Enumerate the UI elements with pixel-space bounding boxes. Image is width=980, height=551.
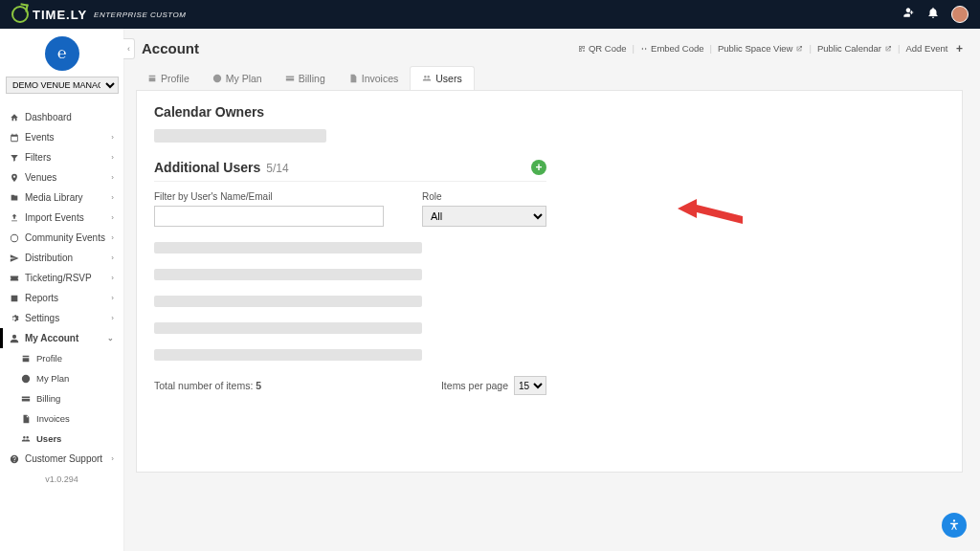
org-selector[interactable]: DEMO VENUE MANAGEMENT: [6, 77, 119, 94]
embed-code-link[interactable]: Embed Code: [640, 43, 703, 54]
sidebar-item-media[interactable]: Media Library›: [0, 187, 123, 208]
items-per-page-select[interactable]: 15: [514, 376, 546, 395]
chevron-right-icon: ›: [111, 454, 114, 463]
owner-row-placeholder: [154, 129, 326, 143]
sidebar-item-support[interactable]: Customer Support›: [0, 449, 123, 469]
tab-billing[interactable]: Billing: [274, 66, 337, 90]
sidebar-item-venues[interactable]: Venues›: [0, 167, 123, 187]
org-badge-icon: ℮: [45, 36, 79, 71]
tab-invoices[interactable]: Invoices: [337, 66, 411, 90]
page-title: Account: [142, 40, 199, 56]
chevron-right-icon: ›: [111, 193, 114, 202]
brand-name: TIME.LY: [33, 8, 87, 22]
sidebar-sub-billing[interactable]: Billing: [0, 388, 123, 408]
additional-users-count: 5/14: [266, 162, 288, 175]
chevron-right-icon: ›: [111, 173, 114, 182]
chevron-right-icon: ›: [111, 213, 114, 222]
chevron-right-icon: ›: [111, 294, 114, 302]
items-per-page-label: Items per page: [441, 380, 508, 391]
sidebar-item-filters[interactable]: Filters›: [0, 147, 123, 167]
user-row-placeholder: [154, 349, 422, 361]
avatar[interactable]: [951, 6, 969, 23]
sidebar-item-import[interactable]: Import Events›: [0, 208, 123, 228]
sidebar-item-community[interactable]: Community Events›: [0, 228, 123, 248]
chevron-right-icon: ›: [111, 133, 114, 142]
calendar-owners-title: Calendar Owners: [154, 104, 945, 120]
tab-profile[interactable]: Profile: [136, 66, 201, 90]
tab-users[interactable]: Users: [410, 66, 474, 90]
sidebar-sub-users[interactable]: Users: [0, 429, 123, 449]
chevron-right-icon: ›: [111, 274, 114, 282]
sidebar-item-settings[interactable]: Settings›: [0, 308, 123, 328]
total-items-label: Total number of items: 5: [154, 380, 261, 391]
accessibility-button[interactable]: [942, 513, 967, 538]
sidebar-item-reports[interactable]: Reports›: [0, 288, 123, 308]
chevron-right-icon: ›: [111, 253, 114, 262]
logo-mark-icon: [11, 6, 29, 23]
public-calendar-link[interactable]: Public Calendar: [817, 43, 892, 54]
sidebar-sub-invoices[interactable]: Invoices: [0, 408, 123, 429]
user-row-placeholder: [154, 242, 422, 253]
add-event-button[interactable]: Add Event +: [906, 42, 964, 55]
sidebar-item-my-account[interactable]: My Account⌄: [0, 328, 123, 348]
sidebar-item-dashboard[interactable]: Dashboard: [0, 107, 123, 127]
filter-name-input[interactable]: [154, 206, 384, 227]
filter-role-label: Role: [422, 191, 546, 202]
sidebar-item-ticketing[interactable]: Ticketing/RSVP›: [0, 268, 123, 288]
version-label: v1.0.294: [0, 469, 123, 490]
user-row-placeholder: [154, 322, 422, 334]
sidebar-collapse-handle[interactable]: ‹: [123, 38, 135, 59]
sidebar-sub-profile[interactable]: Profile: [0, 348, 123, 368]
user-row-placeholder: [154, 269, 422, 280]
sidebar-item-distribution[interactable]: Distribution›: [0, 248, 123, 268]
sidebar-item-events[interactable]: Events›: [0, 127, 123, 147]
additional-users-title: Additional Users: [154, 160, 260, 175]
chevron-right-icon: ›: [111, 153, 114, 162]
brand-logo: TIME.LY ENTERPRISE CUSTOM: [11, 6, 186, 23]
sidebar-sub-myplan[interactable]: My Plan: [0, 368, 123, 388]
user-switch-icon[interactable]: [902, 6, 915, 23]
chevron-down-icon: ⌄: [107, 334, 114, 342]
chevron-right-icon: ›: [111, 314, 114, 322]
header-actions: QR Code | Embed Code | Public Space View…: [578, 42, 963, 55]
add-user-button[interactable]: +: [531, 160, 546, 175]
qr-code-link[interactable]: QR Code: [578, 43, 627, 54]
brand-tier: ENTERPRISE CUSTOM: [94, 11, 186, 19]
public-space-link[interactable]: Public Space View: [718, 43, 804, 54]
bell-icon[interactable]: [926, 6, 940, 23]
tab-myplan[interactable]: My Plan: [201, 66, 274, 90]
filter-role-select[interactable]: All: [422, 206, 546, 227]
filter-name-label: Filter by User's Name/Email: [154, 191, 384, 202]
chevron-right-icon: ›: [111, 233, 114, 242]
user-row-placeholder: [154, 296, 422, 307]
